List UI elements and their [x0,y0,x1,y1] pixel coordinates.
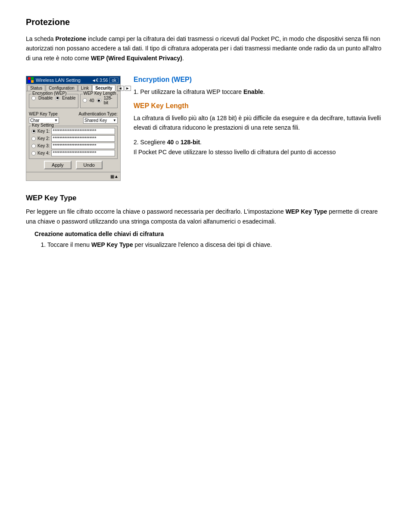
svg-rect-0 [28,77,31,80]
wep-key-type-text: Per leggere un file cifrato occorre la c… [26,207,385,226]
auth-type-value: Shared Key [84,118,107,123]
auth-type-select[interactable]: Shared Key ▼ [83,117,118,124]
page-title: Protezione [26,17,385,27]
key2-radio[interactable] [31,137,36,141]
tab-prev-icon[interactable]: ◄ [117,86,124,91]
device-tabs-row: Status Configuration Link Security ◄ ► [26,84,120,91]
encryption-group: Encryption (WEP) Disable Enable [29,94,78,108]
tab-configuration[interactable]: Configuration [46,85,77,91]
apply-button[interactable]: Apply [44,161,72,169]
svg-rect-1 [31,77,34,80]
device-screenshot: Wireless LAN Setting ◄€ 3:56 ok Status C… [26,76,121,181]
key1-label: Key 1: [37,129,50,134]
key2-label: Key 2: [37,136,50,141]
bit128-radio[interactable] [97,98,101,103]
key4-label: Key 4: [37,151,50,156]
two-column-layout: Wireless LAN Setting ◄€ 3:56 ok Status C… [26,76,385,181]
device-ok-button[interactable]: ok [109,78,118,83]
bit40-label: 40 [90,98,94,103]
step1-item: Toccare il menu WEP Key Type per visuali… [47,240,385,249]
key1-row: Key 1: ************************** [31,128,115,134]
wep-key-length-label: WEP Key Length [83,91,117,96]
encryption-label: Encryption (WEP) [31,91,67,96]
bit40-radio[interactable] [83,98,87,103]
key4-radio[interactable] [31,151,36,156]
disable-radio[interactable] [31,96,36,100]
key1-input[interactable]: ************************** [51,128,115,134]
bit128-label: 128-bit [104,96,115,105]
device-titlebar: Wireless LAN Setting ◄€ 3:56 ok [26,76,120,84]
steps-list: Toccare il menu WEP Key Type per visuali… [47,240,385,249]
key1-radio[interactable] [31,129,36,134]
auth-type-label: Authentication Type: [79,112,118,116]
wep-key-length-title: WEP Key Length [134,102,385,110]
disable-label: Disable [38,96,53,100]
intro-paragraph: La scheda Protezione include campi per l… [26,34,385,63]
key-type-arrow-icon: ▼ [54,118,58,122]
device-time: ◄€ 3:56 [92,78,108,83]
top-groups: Encryption (WEP) Disable Enable WEP Key … [29,94,118,110]
key-setting-group: Key Setting Key 1: *********************… [29,126,118,159]
taskbar-icon: ▦▲ [110,174,118,179]
enable-radio[interactable] [55,96,59,100]
wep-key-length-text: La cifratura di livello più alto (a 128 … [134,113,385,133]
key3-radio[interactable] [31,144,36,148]
device-title: Wireless LAN Setting [36,78,81,83]
key2-input[interactable]: ************************** [51,135,115,142]
encryption-row: Disable Enable [31,96,76,100]
device-body: Encryption (WEP) Disable Enable WEP Key … [26,91,120,172]
tab-link[interactable]: Link [78,85,92,91]
tab-security[interactable]: Security [92,85,115,91]
tab-navigation: ◄ ► [116,85,132,91]
tab-status[interactable]: Status [27,85,45,91]
auth-type-arrow-icon: ▼ [113,118,116,122]
device-taskbar: ▦▲ [26,172,120,180]
key2-row: Key 2: ************************** [31,135,115,142]
wep-key-type-title: WEP Key Type [26,194,385,202]
key-type-auth-labels: WEP Key Type Authentication Type: [29,112,118,116]
encryption-wep-title: Encryption (WEP) [134,76,385,84]
key-type-value: Char [30,118,40,123]
wep-key-length-group: WEP Key Length 40 128-bit [80,94,118,108]
key4-row: Key 4: ************************** [31,150,115,156]
key3-row: Key 3: ************************** [31,143,115,149]
encryption-step1: 1. Per utilizzare la cifratura WEP tocca… [134,87,385,96]
undo-button[interactable]: Undo [76,161,103,169]
right-column: Encryption (WEP) 1. Per utilizzare la ci… [134,76,385,162]
svg-rect-3 [31,80,34,83]
tab-next-icon[interactable]: ► [125,86,131,91]
key3-input[interactable]: ************************** [51,143,115,149]
page-content: Protezione La scheda Protezione include … [26,17,385,249]
wep-key-type-label: WEP Key Type [29,112,58,116]
auto-create-title: Creazione automatica delle chiavi di cif… [34,230,385,237]
wep-step2: 2. Scegliere 40 o 128-bit. Il Pocket PC … [134,137,385,157]
wep-length-row: 40 128-bit [83,96,115,105]
enable-label: Enable [62,96,75,100]
windows-logo-icon [28,77,34,83]
svg-rect-2 [28,80,31,83]
titlebar-left: Wireless LAN Setting [28,77,81,83]
bottom-section: WEP Key Type Per leggere un file cifrato… [26,194,385,249]
key-setting-label: Key Setting [31,123,55,128]
key4-input[interactable]: ************************** [51,150,115,156]
device-buttons: Apply Undo [29,161,118,169]
key3-label: Key 3: [37,143,50,148]
